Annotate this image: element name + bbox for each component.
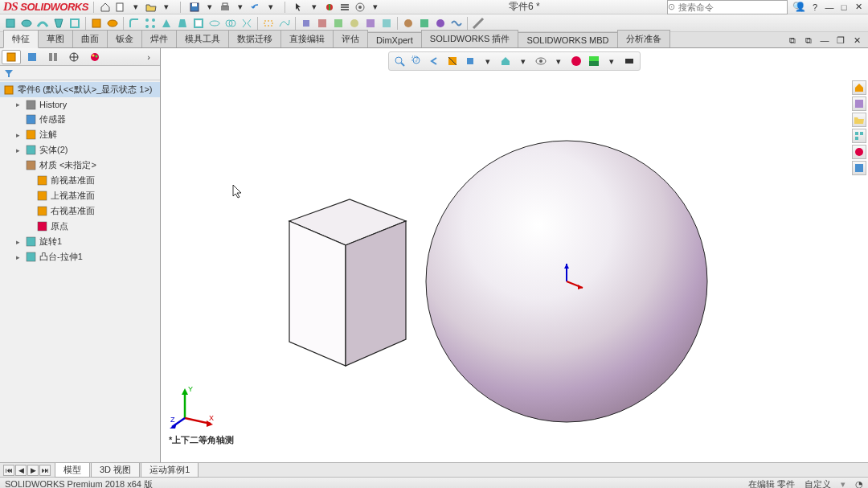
model-tab[interactable]: 模型 (55, 462, 90, 478)
dropdown-icon[interactable]: ▾ (369, 1, 382, 14)
open-icon[interactable] (145, 1, 158, 14)
minimize-icon[interactable]: — (823, 1, 836, 14)
cube-geometry[interactable] (289, 199, 406, 366)
cut-extrude-icon[interactable] (89, 16, 104, 31)
tab-sheetmetal[interactable]: 钣金 (107, 30, 142, 47)
tab-directedit[interactable]: 直接编辑 (280, 30, 334, 47)
doc-window-icon[interactable]: ⧉ (802, 34, 815, 47)
home-icon[interactable] (99, 1, 112, 14)
doc-restore-icon[interactable]: ❐ (834, 34, 847, 47)
tool-icon[interactable] (401, 16, 416, 31)
boundary-icon[interactable] (68, 16, 82, 31)
tab-nav-first-icon[interactable]: ⏮ (3, 465, 14, 476)
dropdown-icon[interactable]: ▾ (160, 1, 173, 14)
graphics-viewport[interactable]: ▾ ▾ ▾ ▾ (161, 48, 868, 462)
command-search[interactable]: ⊙ 🔍 (667, 0, 788, 14)
status-icon[interactable]: ◔ (855, 479, 863, 488)
tree-root[interactable]: 零件6 (默认<<默认>_显示状态 1>) (0, 82, 160, 97)
dropdown-icon[interactable]: ▾ (129, 1, 142, 14)
sweep-icon[interactable] (35, 16, 50, 31)
close-icon[interactable]: ✕ (852, 1, 865, 14)
custom-label[interactable]: 自定义 (805, 478, 831, 488)
rib-icon[interactable] (159, 16, 174, 31)
tab-mbd[interactable]: SOLIDWORKS MBD (518, 32, 617, 47)
tree-item[interactable]: 传感器 (0, 112, 160, 127)
doc-minimize-icon[interactable]: — (818, 34, 831, 47)
expand-icon[interactable]: ▸ (14, 253, 22, 260)
settings-icon[interactable] (354, 1, 366, 14)
tree-item[interactable]: ▸实体(2) (0, 142, 160, 158)
rebuild-icon[interactable] (323, 1, 336, 14)
tree-item[interactable]: ▸注解 (0, 127, 160, 142)
doc-window-icon[interactable]: ⧉ (786, 34, 799, 47)
expand-icon[interactable]: ▸ (14, 131, 22, 138)
ref-geom-icon[interactable] (261, 16, 276, 31)
tab-dimxpert[interactable]: DimXpert (367, 32, 422, 47)
tool-icon[interactable] (433, 16, 448, 31)
tool-icon[interactable] (449, 16, 464, 31)
curves-icon[interactable] (277, 16, 292, 31)
sphere-geometry[interactable] (426, 141, 707, 422)
pattern-icon[interactable] (143, 16, 158, 31)
3dview-tab[interactable]: 3D 视图 (91, 462, 140, 478)
dropdown-icon[interactable]: ▾ (264, 1, 277, 14)
tab-datamigration[interactable]: 数据迁移 (228, 30, 281, 47)
tab-addins[interactable]: SOLIDWORKS 插件 (421, 30, 519, 47)
dropdown-icon[interactable]: ▾ (203, 1, 216, 14)
tab-nav-last-icon[interactable]: ⏭ (39, 465, 51, 476)
tool-icon[interactable] (363, 16, 378, 31)
wrap-icon[interactable] (207, 16, 222, 31)
tab-sketch[interactable]: 草图 (38, 30, 73, 47)
doc-close-icon[interactable]: ✕ (850, 34, 863, 47)
tree-item[interactable]: ▸凸台-拉伸1 (0, 249, 160, 265)
mirror-icon[interactable] (240, 16, 254, 31)
cut-revolve-icon[interactable] (105, 16, 120, 31)
dimxpert-tab-icon[interactable] (64, 50, 84, 64)
tab-mold[interactable]: 模具工具 (176, 30, 229, 47)
print-icon[interactable] (219, 1, 231, 14)
expand-icon[interactable]: ▸ (14, 238, 22, 245)
search-input[interactable] (675, 2, 792, 12)
help-icon[interactable]: ? (809, 1, 821, 14)
expand-icon[interactable]: › (139, 50, 158, 64)
save-icon[interactable] (188, 1, 201, 14)
tree-item[interactable]: ▸旋转1 (0, 234, 160, 249)
tool-icon[interactable] (379, 16, 394, 31)
tab-weldment[interactable]: 焊件 (141, 30, 177, 47)
select-icon[interactable] (293, 1, 305, 14)
draft-icon[interactable] (175, 16, 190, 31)
appearance-tab-icon[interactable] (85, 50, 104, 64)
tree-item[interactable]: 右视基准面 (0, 203, 160, 219)
user-icon[interactable]: 👤 (794, 1, 807, 14)
tab-evaluate[interactable]: 评估 (333, 30, 368, 47)
tab-surface[interactable]: 曲面 (72, 30, 108, 47)
measure-icon[interactable] (471, 16, 485, 31)
intersect-icon[interactable] (223, 16, 238, 31)
tab-nav-next-icon[interactable]: ▶ (27, 465, 39, 476)
config-tab-icon[interactable] (43, 50, 63, 64)
tool-icon[interactable] (315, 16, 330, 31)
tree-item[interactable]: 原点 (0, 219, 160, 234)
tab-nav-prev-icon[interactable]: ◀ (15, 465, 27, 476)
tool-icon[interactable] (347, 16, 362, 31)
extrude-icon[interactable] (3, 16, 18, 31)
revolve-icon[interactable] (19, 16, 34, 31)
tab-features[interactable]: 特征 (3, 30, 39, 48)
dropdown-icon[interactable]: ▾ (234, 1, 247, 14)
shell-icon[interactable] (191, 16, 206, 31)
instant3d-icon[interactable] (299, 16, 313, 31)
tree-item[interactable]: 上视基准面 (0, 188, 160, 203)
tree-item[interactable]: ▸History (0, 97, 160, 112)
undo-icon[interactable] (249, 1, 262, 14)
feature-tree-tab-icon[interactable] (2, 50, 21, 64)
loft-icon[interactable] (51, 16, 66, 31)
tree-filter[interactable] (0, 66, 160, 80)
view-triad[interactable]: Y X Z (169, 382, 217, 430)
new-icon[interactable] (114, 1, 127, 14)
maximize-icon[interactable]: □ (837, 1, 850, 14)
motion-tab[interactable]: 运动算例1 (141, 462, 199, 478)
tool-icon[interactable] (417, 16, 432, 31)
expand-icon[interactable]: ▸ (14, 146, 22, 154)
options-icon[interactable] (338, 1, 351, 14)
dropdown-icon[interactable]: ▾ (308, 1, 321, 14)
